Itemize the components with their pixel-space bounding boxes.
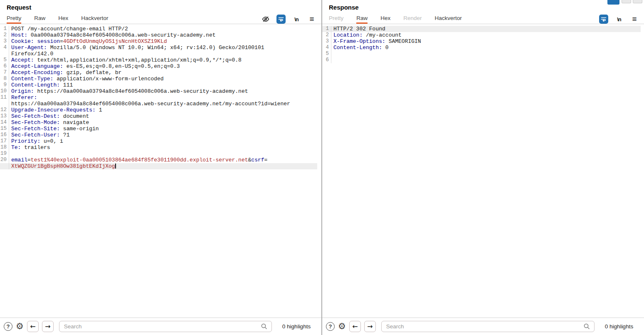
code-line[interactable]: 17Priority: u=0, i bbox=[0, 138, 317, 144]
search-settings-gear-icon[interactable]: ⚙ bbox=[338, 322, 346, 331]
tab-hex[interactable]: Hex bbox=[58, 14, 68, 24]
code-line[interactable]: 16Sec-Fetch-User: ?1 bbox=[0, 132, 317, 138]
line-number: 13 bbox=[0, 113, 9, 119]
code-line[interactable]: 20email=test1%40exploit-0aa0005103864ae6… bbox=[0, 157, 317, 163]
code-text: Firefox/142.0 bbox=[9, 51, 53, 57]
soft-wrap-toggle-icon[interactable] bbox=[599, 15, 608, 24]
tab-raw[interactable]: Raw bbox=[34, 14, 45, 24]
request-editor[interactable]: 1POST /my-account/change-email HTTP/22Ho… bbox=[0, 24, 317, 317]
code-line[interactable]: https://0aa000aa03794a8c84ef6054008c006a… bbox=[0, 101, 317, 107]
response-panel-title: Response bbox=[329, 4, 359, 11]
response-editor[interactable]: 1HTTP/2 302 Found2Location: /my-account3… bbox=[322, 24, 641, 317]
code-line[interactable]: 11Referer: bbox=[0, 94, 317, 101]
tab-hackvertor[interactable]: Hackvertor bbox=[81, 14, 108, 24]
line-number: 2 bbox=[322, 32, 331, 38]
previous-match-button[interactable]: ← bbox=[27, 321, 39, 332]
tab-pretty[interactable]: Pretty bbox=[7, 14, 21, 24]
code-text: X-Frame-Options: SAMEORIGIN bbox=[331, 38, 421, 45]
code-text: Cookie: session=4GDftOdUnmqUyOS1jsNcnHtO… bbox=[9, 38, 167, 45]
code-text: Priority: u=0, i bbox=[9, 138, 63, 144]
code-text: Te: trailers bbox=[9, 144, 50, 151]
response-searchbox bbox=[381, 321, 595, 332]
line-number bbox=[0, 51, 9, 57]
code-text: Upgrade-Insecure-Requests: 1 bbox=[9, 107, 102, 113]
code-line[interactable]: 2Location: /my-account bbox=[322, 32, 641, 38]
text-cursor bbox=[115, 164, 116, 169]
code-text: User-Agent: Mozilla/5.0 (Windows NT 10.0… bbox=[9, 45, 264, 51]
line-number bbox=[0, 101, 9, 107]
line-number: 3 bbox=[0, 38, 9, 45]
editor-menu-icon[interactable]: ≡ bbox=[630, 15, 639, 24]
code-line[interactable]: 9Content-Length: 111 bbox=[0, 82, 317, 88]
code-line[interactable]: 14Sec-Fetch-Mode: navigate bbox=[0, 119, 317, 126]
line-number: 7 bbox=[0, 69, 9, 76]
code-line[interactable]: Firefox/142.0 bbox=[0, 51, 317, 57]
code-text: POST /my-account/change-email HTTP/2 bbox=[9, 26, 128, 32]
next-match-button[interactable]: → bbox=[42, 321, 54, 332]
code-line[interactable]: XtWQZGUr1BgBspH8Ow381gbtEKdIjXog bbox=[0, 163, 317, 169]
help-icon[interactable]: ? bbox=[4, 322, 12, 331]
code-line[interactable]: 3Cookie: session=4GDftOdUnmqUyOS1jsNcnHt… bbox=[0, 38, 317, 45]
hide-nonprintable-eye-icon[interactable] bbox=[261, 15, 270, 24]
code-line[interactable]: 13Sec-Fetch-Dest: document bbox=[0, 113, 317, 119]
code-text: https://0aa000aa03794a8c84ef6054008c006a… bbox=[9, 101, 290, 107]
code-line[interactable]: 1POST /my-account/change-email HTTP/2 bbox=[0, 26, 317, 32]
tab-hex[interactable]: Hex bbox=[380, 14, 390, 24]
line-number: 5 bbox=[322, 51, 331, 57]
code-line[interactable]: 3X-Frame-Options: SAMEORIGIN bbox=[322, 38, 641, 45]
editor-menu-icon[interactable]: ≡ bbox=[307, 15, 316, 24]
code-line[interactable]: 19 bbox=[0, 151, 317, 157]
nonprinting-characters-toggle[interactable]: \n bbox=[614, 15, 624, 24]
code-line[interactable]: 6 bbox=[322, 57, 641, 63]
tab-render: Render bbox=[403, 14, 422, 24]
code-line[interactable]: 5Accept: text/html,application/xhtml+xml… bbox=[0, 57, 317, 63]
code-text: Origin: https://0aa000aa03794a8c84ef6054… bbox=[9, 88, 248, 94]
soft-wrap-toggle-icon[interactable] bbox=[276, 15, 286, 24]
code-line[interactable]: 10Origin: https://0aa000aa03794a8c84ef60… bbox=[0, 88, 317, 94]
line-number bbox=[0, 163, 9, 169]
tab-raw[interactable]: Raw bbox=[356, 14, 368, 24]
code-line[interactable]: 7Accept-Encoding: gzip, deflate, br bbox=[0, 69, 317, 76]
request-searchbox bbox=[59, 321, 272, 332]
code-text: Content-Length: 0 bbox=[331, 45, 389, 51]
code-text: Accept-Encoding: gzip, deflate, br bbox=[9, 69, 121, 76]
code-line[interactable]: 15Sec-Fetch-Site: same-origin bbox=[0, 126, 317, 132]
nonprinting-characters-toggle[interactable]: \n bbox=[292, 15, 301, 24]
line-number: 4 bbox=[322, 45, 331, 51]
line-number: 15 bbox=[0, 126, 9, 132]
next-match-button[interactable]: → bbox=[364, 321, 376, 332]
code-line[interactable]: 4Content-Length: 0 bbox=[322, 45, 641, 51]
line-number: 2 bbox=[0, 32, 9, 38]
code-line[interactable]: 2Host: 0aa000aa03794a8c84ef6054008c006a.… bbox=[0, 32, 317, 38]
code-line[interactable]: 5 bbox=[322, 51, 641, 57]
previous-match-button[interactable]: ← bbox=[349, 321, 361, 332]
code-text: Content-Length: 111 bbox=[9, 82, 73, 88]
code-line[interactable]: 12Upgrade-Insecure-Requests: 1 bbox=[0, 107, 317, 113]
help-icon[interactable]: ? bbox=[326, 322, 335, 331]
magnifier-icon bbox=[583, 323, 590, 330]
code-text: Accept-Language: es-ES,es;q=0.8,en-US;q=… bbox=[9, 63, 180, 69]
code-text: email=test1%40exploit-0aa0005103864ae684… bbox=[9, 157, 267, 163]
request-editor-toolbar: \n ≡ bbox=[261, 15, 316, 24]
code-line[interactable]: 18Te: trailers bbox=[0, 144, 317, 151]
code-line[interactable]: 4User-Agent: Mozilla/5.0 (Windows NT 10.… bbox=[0, 45, 317, 51]
line-number: 19 bbox=[0, 151, 9, 157]
request-search-input[interactable] bbox=[59, 321, 272, 332]
line-number: 10 bbox=[0, 88, 9, 94]
line-number: 5 bbox=[0, 57, 9, 63]
request-panel-title: Request bbox=[7, 4, 31, 11]
line-number: 6 bbox=[0, 63, 9, 69]
line-number: 1 bbox=[0, 26, 9, 32]
code-text bbox=[331, 51, 333, 57]
line-number: 1 bbox=[322, 26, 331, 32]
code-text: Sec-Fetch-User: ?1 bbox=[9, 132, 69, 138]
response-search-input[interactable] bbox=[381, 321, 595, 332]
tab-hackvertor[interactable]: Hackvertor bbox=[435, 14, 462, 24]
code-text: Sec-Fetch-Dest: document bbox=[9, 113, 89, 119]
code-line[interactable]: 6Accept-Language: es-ES,es;q=0.8,en-US;q… bbox=[0, 63, 317, 69]
code-line[interactable]: 8Content-Type: application/x-www-form-ur… bbox=[0, 76, 317, 82]
line-number: 8 bbox=[0, 76, 9, 82]
search-settings-gear-icon[interactable]: ⚙ bbox=[16, 322, 24, 331]
code-line[interactable]: 1HTTP/2 302 Found bbox=[322, 26, 641, 32]
line-number: 14 bbox=[0, 119, 9, 126]
